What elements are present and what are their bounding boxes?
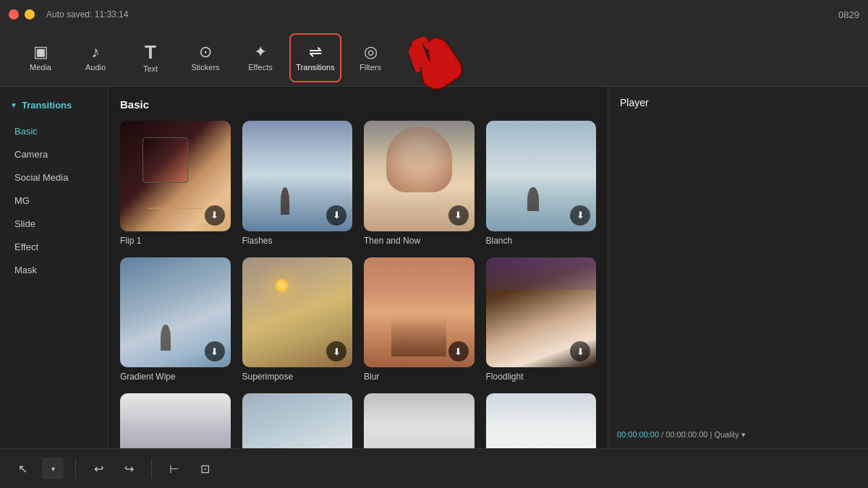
content-area: Basic ⬇ Flip 1 ⬇ Flashes ⬇ Then and Now [109,87,608,448]
player-title: Player [608,87,660,108]
transition-item-row3c[interactable]: ⬇ [364,393,475,448]
split-btn[interactable]: ⊢ [163,458,185,479]
transition-item-row3a[interactable]: ⬇ [120,393,231,448]
transition-item-flip1[interactable]: ⬇ Flip 1 [120,121,231,246]
cursor-icon: ↖ [18,462,27,476]
sidebar-arrow-icon: ▼ [10,101,17,109]
transition-item-then-and-now[interactable]: ⬇ Then and Now [364,121,475,246]
sidebar: ▼ Transitions Basic Camera Social Media … [0,87,109,448]
transition-item-flashes[interactable]: ⬇ Flashes [242,121,353,246]
transition-label-then-and-now: Then and Now [364,236,420,246]
redo-btn[interactable]: ↪ [118,458,140,479]
sidebar-header: ▼ Transitions [0,95,108,119]
toolbar-item-transitions[interactable]: ⇌ Transitions [289,33,341,82]
effects-icon: ✦ [254,44,267,60]
transition-thumb-row3b: ⬇ [242,393,353,448]
toolbar-item-text[interactable]: T Text [124,33,176,82]
section-title: Basic [120,98,596,111]
transition-thumb-then-and-now: ⬇ [364,121,475,231]
transition-thumb-row3c: ⬇ [364,393,475,448]
transition-item-blur[interactable]: ⬇ Blur [364,257,475,382]
audio-label: Audio [85,63,106,72]
toolbar-item-filters[interactable]: ◎ Filters [344,33,396,82]
download-btn-blanch[interactable]: ⬇ [570,205,590,226]
download-btn-superimpose[interactable]: ⬇ [326,341,346,361]
transition-label-floodlight: Floodlight [486,372,524,382]
stickers-icon: ⊙ [199,44,212,60]
toolbar: ▣ Media ♪ Audio T Text ⊙ Stickers ✦ Effe… [0,29,868,87]
text-icon: T [145,43,156,61]
transition-thumb-blur: ⬇ [364,257,475,368]
title-bar-timecode: 0829 [838,9,859,20]
transition-item-row3d[interactable]: ⬇ [486,393,597,448]
transitions-icon: ⇌ [309,44,322,60]
player-area: Player 00:00:00:00 / 00:00:00:00 | Quali… [608,87,868,448]
split-icon: ⊢ [169,462,179,476]
sidebar-item-mg[interactable]: MG [4,189,103,212]
crop-btn[interactable]: ⊡ [194,458,216,479]
traffic-light-yellow[interactable] [25,9,35,20]
filters-label: Filters [359,63,381,72]
text-label: Text [143,64,158,73]
transition-item-superimpose[interactable]: ⬇ Superimpose [242,257,353,382]
transition-label-gradient-wipe: Gradient Wipe [120,372,176,382]
main-layout: ▼ Transitions Basic Camera Social Media … [0,87,868,448]
bottom-bar: ↖ ▾ ↩ ↪ ⊢ ⊡ [0,448,868,488]
effects-label: Effects [248,63,272,72]
transition-thumb-row3d: ⬇ [486,393,597,448]
download-btn-flip1[interactable]: ⬇ [205,205,225,226]
sidebar-title: Transitions [22,100,72,111]
title-bar: Auto saved: 11:33:14 0829 [0,0,868,29]
filters-icon: ◎ [364,44,378,60]
transition-thumb-floodlight: ⬇ [486,257,597,368]
transitions-grid: ⬇ Flip 1 ⬇ Flashes ⬇ Then and Now ⬇ [120,121,596,448]
transition-item-floodlight[interactable]: ⬇ Floodlight [486,257,597,382]
stickers-label: Stickers [191,63,219,72]
transition-thumb-flip1: ⬇ [120,121,231,231]
undo-icon: ↩ [94,462,103,476]
toolbar-item-stickers[interactable]: ⊙ Stickers [179,33,231,82]
sidebar-item-slide[interactable]: Slide [4,213,103,235]
transition-label-superimpose: Superimpose [242,372,294,382]
transition-thumb-superimpose: ⬇ [242,257,353,368]
title-bar-left: Auto saved: 11:33:14 [9,9,128,20]
cursor-tool-btn[interactable]: ↖ [12,458,33,479]
sidebar-item-camera[interactable]: Camera [4,143,103,166]
transition-label-blanch: Blanch [486,236,513,246]
download-btn-floodlight[interactable]: ⬇ [570,341,590,361]
download-btn-flashes[interactable]: ⬇ [326,205,346,226]
sidebar-item-effect[interactable]: Effect [4,236,103,258]
transition-thumb-flashes: ⬇ [242,121,353,231]
toolbar-item-effects[interactable]: ✦ Effects [234,33,286,82]
bottom-divider-2 [151,458,152,479]
transition-item-row3b[interactable]: ⬇ [242,393,353,448]
traffic-light-red[interactable] [9,9,19,20]
transition-thumb-row3a: ⬇ [120,393,231,448]
download-btn-blur[interactable]: ⬇ [448,341,469,361]
transition-label-blur: Blur [364,372,379,382]
auto-saved-label: Auto saved: 11:33:14 [46,9,128,20]
cursor-dropdown-btn[interactable]: ▾ [42,458,64,479]
crop-icon: ⊡ [200,462,210,476]
sidebar-item-basic[interactable]: Basic [4,120,103,142]
toolbar-item-media[interactable]: ▣ Media [14,33,67,82]
undo-btn[interactable]: ↩ [88,458,109,479]
player-current-time: 00:00:00:00 [617,430,659,439]
download-btn-gradient-wipe[interactable]: ⬇ [205,341,225,361]
download-btn-then-and-now[interactable]: ⬇ [448,205,469,226]
media-icon: ▣ [33,44,48,60]
transition-item-gradient-wipe[interactable]: ⬇ Gradient Wipe [120,257,231,382]
transitions-label: Transitions [296,63,334,72]
transition-item-blanch[interactable]: ⬇ Blanch [486,121,597,246]
dropdown-arrow-icon: ▾ [51,465,55,473]
audio-icon: ♪ [92,44,100,60]
player-timecode: 00:00:00:00 / 00:00:00:00 | Quality ▾ [608,421,868,448]
transition-label-flashes: Flashes [242,236,273,246]
sidebar-item-social-media[interactable]: Social Media [4,166,103,189]
bottom-divider-1 [75,458,76,479]
transition-label-flip1: Flip 1 [120,236,141,246]
transition-thumb-gradient-wipe: ⬇ [120,257,231,368]
player-quality-btn[interactable]: Quality ▾ [714,430,745,439]
toolbar-item-audio[interactable]: ♪ Audio [69,33,122,82]
sidebar-item-mask[interactable]: Mask [4,259,103,281]
